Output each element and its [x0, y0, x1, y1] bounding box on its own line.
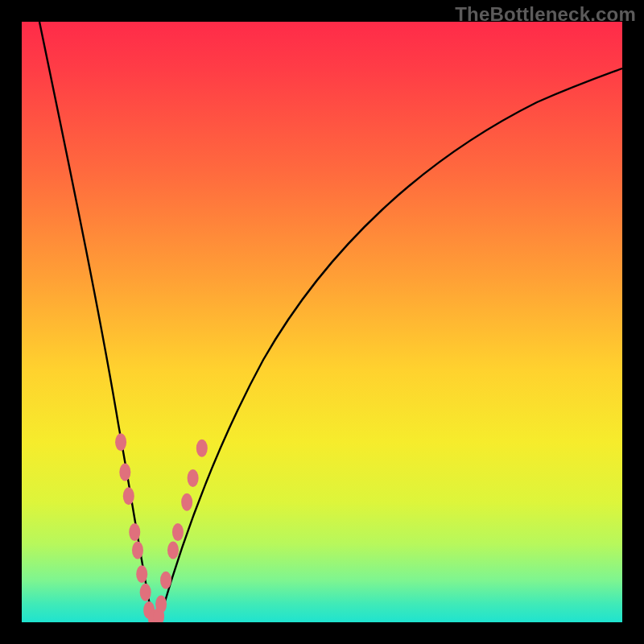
curve-bead — [155, 596, 167, 613]
curve-bead — [136, 565, 147, 583]
chart-plot-area — [22, 22, 622, 622]
curve-bead — [115, 433, 126, 451]
bead-group — [115, 433, 208, 622]
curve-bead — [196, 440, 208, 457]
curve-bead — [181, 493, 192, 511]
curve-bead — [140, 584, 151, 601]
curve-bead — [167, 541, 179, 559]
curve-bead — [129, 523, 140, 541]
bottleneck-curve — [39, 22, 622, 621]
curve-bead — [123, 487, 134, 505]
curve-bead — [172, 523, 184, 541]
watermark-text: TheBottleneck.com — [455, 3, 636, 26]
curve-bead — [160, 572, 171, 589]
curve-bead — [132, 541, 143, 559]
bottleneck-curve-svg — [22, 22, 622, 622]
curve-bead — [119, 464, 130, 481]
curve-bead — [188, 469, 199, 487]
